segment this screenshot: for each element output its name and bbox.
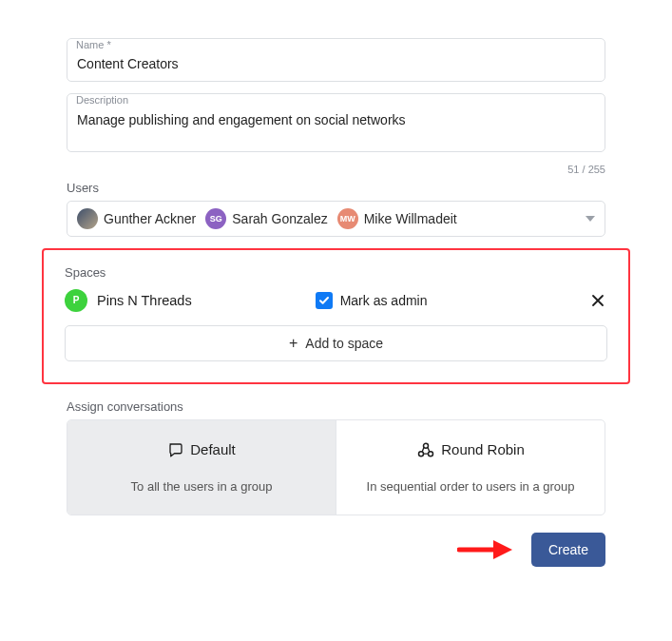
user-chip: MW Mike Willmadeit xyxy=(337,208,457,229)
spaces-section-label: Spaces xyxy=(65,265,607,280)
footer: Create xyxy=(67,533,605,567)
avatar xyxy=(77,208,98,229)
assign-option-title: Round Robin xyxy=(441,441,525,457)
name-input[interactable] xyxy=(67,38,605,82)
avatar: SG xyxy=(205,208,226,229)
svg-point-1 xyxy=(429,451,433,456)
description-counter: 51 / 255 xyxy=(67,164,605,175)
space-row: P Pins N Threads Mark as admin xyxy=(65,289,607,312)
svg-marker-4 xyxy=(493,540,512,559)
assign-section-label: Assign conversations xyxy=(67,399,605,414)
plus-icon: + xyxy=(289,336,298,351)
user-name: Mike Willmadeit xyxy=(364,211,457,226)
space-name: Pins N Threads xyxy=(97,293,192,308)
assign-option-subtitle: In sequential order to users in a group xyxy=(350,479,591,494)
add-to-space-label: Add to space xyxy=(305,336,383,351)
spaces-highlight-box: Spaces P Pins N Threads Mark as admin + … xyxy=(42,248,630,384)
assign-option-round-robin[interactable]: Round Robin In sequential order to users… xyxy=(336,420,605,515)
svg-point-2 xyxy=(424,443,429,448)
assign-option-default[interactable]: Default To all the users in a group xyxy=(67,420,336,515)
space-avatar: P xyxy=(65,289,87,312)
svg-point-0 xyxy=(419,451,424,456)
users-select[interactable]: Gunther Ackner SG Sarah Gonzalez MW Mike… xyxy=(67,201,605,237)
user-name: Sarah Gonzalez xyxy=(232,211,327,226)
round-robin-icon xyxy=(416,441,435,458)
user-name: Gunther Ackner xyxy=(104,211,196,226)
remove-space-button[interactable] xyxy=(588,291,607,310)
name-field-group: Name * xyxy=(67,38,605,82)
create-button[interactable]: Create xyxy=(531,533,605,567)
assign-section: Assign conversations Default To all the … xyxy=(67,399,605,515)
chat-icon xyxy=(167,441,184,458)
add-to-space-button[interactable]: + Add to space xyxy=(65,325,607,361)
assign-option-subtitle: To all the users in a group xyxy=(81,479,322,494)
user-chip: Gunther Ackner xyxy=(77,208,196,229)
assign-toggle-group: Default To all the users in a group Roun… xyxy=(67,419,605,515)
close-icon xyxy=(591,294,605,307)
description-field-group: Description Manage publishing and engage… xyxy=(67,93,605,152)
users-section-label: Users xyxy=(67,181,605,195)
user-chip: SG Sarah Gonzalez xyxy=(205,208,327,229)
mark-admin-checkbox[interactable] xyxy=(316,292,333,309)
description-input[interactable]: Manage publishing and engagement on soci… xyxy=(67,93,605,152)
assign-option-title: Default xyxy=(190,441,236,457)
mark-admin-label: Mark as admin xyxy=(340,293,428,308)
chevron-down-icon xyxy=(586,216,595,222)
arrow-icon xyxy=(457,537,514,562)
check-icon xyxy=(318,295,330,306)
mark-admin-group: Mark as admin xyxy=(316,292,428,309)
avatar: MW xyxy=(337,208,358,229)
